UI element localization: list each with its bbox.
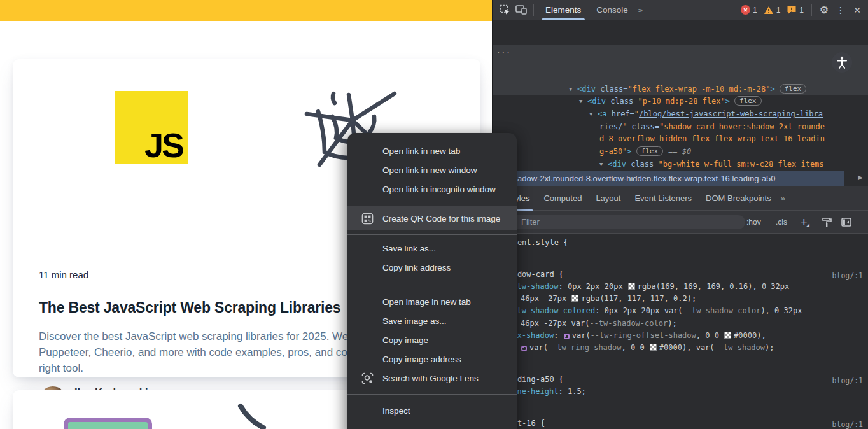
css-segment: : xyxy=(595,306,604,315)
menu-item-open-link-in-incognito-window[interactable]: Open link in incognito window xyxy=(347,179,517,199)
expand-arrow-icon[interactable]: ▼ xyxy=(579,95,587,108)
error-icon: ✕ xyxy=(741,5,750,15)
element-node-line[interactable]: ▼<div class="flex flex-wrap -m-10 md:-m-… xyxy=(493,83,868,96)
css-line: .text-16 { xyxy=(493,418,868,429)
css-rule[interactable]: .text-16 {blog/:1 xyxy=(493,418,868,429)
color-swatch[interactable] xyxy=(628,283,635,290)
menu-item-open-image-in-new-tab[interactable]: Open image in new tab xyxy=(347,292,517,311)
css-segment: --tw-shadow xyxy=(715,343,765,352)
site-header-bar xyxy=(0,0,492,21)
menu-item-label: Create QR Code for this image xyxy=(382,214,500,223)
stylesheet-source-link[interactable]: blog/:1 xyxy=(832,270,863,282)
more-sidebar-tabs-chevron[interactable]: » xyxy=(778,193,787,203)
inspect-element-icon[interactable] xyxy=(496,2,513,18)
paint-roller-icon[interactable] xyxy=(822,211,832,234)
overflow-dots: ··· xyxy=(496,46,511,59)
warning-icon xyxy=(764,6,774,15)
breadcrumb-text[interactable]: adow-2xl.rounded-8.overflow-hidden.flex.… xyxy=(517,174,775,183)
css-segment: 1.5; xyxy=(568,387,586,396)
screenshot-root: JS 11 min read The Best JavaScript Web S… xyxy=(0,0,868,429)
css-line: element.style { xyxy=(493,237,868,249)
shadow-editor-icon[interactable] xyxy=(521,346,527,351)
menu-item-open-link-in-new-window[interactable]: Open link in new window xyxy=(347,160,517,179)
sidebar-tab-event-listeners[interactable]: Event Listeners xyxy=(627,186,699,211)
menu-item-open-link-in-new-tab[interactable]: Open link in new tab xyxy=(347,141,517,160)
styles-pane[interactable]: element.style {}.shadow-card {--tw-shado… xyxy=(493,234,868,429)
close-devtools-icon[interactable]: ✕ xyxy=(849,2,865,18)
console-warning-badge[interactable]: 1 xyxy=(764,6,781,15)
toggle-sidebar-icon[interactable] xyxy=(841,211,851,234)
sidebar-tab-computed[interactable]: Computed xyxy=(536,186,589,211)
stylesheet-source-link[interactable]: blog/:1 xyxy=(832,419,863,429)
css-segment: --tw-shadow-colored xyxy=(508,306,595,315)
menu-item-label: Open link in incognito window xyxy=(382,185,496,194)
element-node-line[interactable]: ▼<div class="bg-white w-full sm:w-c28 fl… xyxy=(493,158,868,171)
devtools-tab-console[interactable]: Console xyxy=(589,0,636,20)
css-rule[interactable]: .shadow-card {--tw-shadow: 0px 2px 20px … xyxy=(493,269,868,367)
css-line: var(--tw-ring-shadow, 0 0 #0000), var(--… xyxy=(493,342,868,354)
element-node-line[interactable]: ries/" class="shadow-card hover:shadow-2… xyxy=(493,121,868,134)
sidebar-tab-layout[interactable]: Layout xyxy=(589,186,627,211)
css-rule[interactable]: .leading-a50 {line-height: 1.5;}blog/:1 xyxy=(493,374,868,411)
color-swatch[interactable] xyxy=(724,332,731,339)
accessibility-person-icon xyxy=(832,52,852,73)
css-segment: 46px -27px xyxy=(521,294,571,303)
device-toolbar-icon[interactable] xyxy=(513,2,529,18)
code-segment: <a xyxy=(598,109,612,118)
menu-item-copy-image-address[interactable]: Copy image address xyxy=(347,349,517,369)
menu-item-save-image-as[interactable]: Save image as... xyxy=(347,311,517,330)
code-segment: > xyxy=(627,147,631,156)
toggle-element-classes-button[interactable]: .cls xyxy=(776,211,787,234)
menu-item-search-with-google-lens[interactable]: Search with Google Lens xyxy=(347,369,517,388)
element-node-line[interactable]: ▼<div class="p-10 md:p-28 flex">flex xyxy=(493,95,868,108)
menu-item-label: Copy image address xyxy=(382,355,461,364)
rule-separator xyxy=(493,414,868,414)
menu-item-create-qr-code-for-this-image[interactable]: Create QR Code for this image xyxy=(347,206,517,230)
devtools-tab-elements[interactable]: Elements xyxy=(538,0,589,20)
css-segment: 0px 2px 20px xyxy=(568,282,627,291)
read-time: 11 min read xyxy=(39,269,88,280)
menu-item-label: Open image in new tab xyxy=(382,297,471,307)
css-line: } xyxy=(493,398,868,411)
menu-item-copy-link-address[interactable]: Copy link address xyxy=(347,258,517,277)
css-line: --tw-shadow: 0px 2px 20px rgba(169, 169,… xyxy=(493,281,868,293)
menu-item-inspect[interactable]: Inspect xyxy=(347,401,517,420)
color-swatch[interactable] xyxy=(650,344,657,351)
post-title[interactable]: The Best JavaScript Web Scraping Librari… xyxy=(39,299,340,316)
code-segment: <div xyxy=(577,85,600,94)
element-node-line[interactable]: g-a50">flex== $0 xyxy=(493,146,868,158)
sidebar-tab-dom-breakpoints[interactable]: DOM Breakpoints xyxy=(699,186,778,211)
element-node-line[interactable]: d-8 overflow-hidden flex flex-wrap text-… xyxy=(493,133,868,146)
styles-filter-input[interactable]: Filter xyxy=(501,215,745,229)
css-line: line-height: 1.5; xyxy=(493,386,868,398)
menu-item-save-link-as[interactable]: Save link as... xyxy=(347,239,517,258)
menu-separator xyxy=(347,234,517,235)
menu-item-copy-image[interactable]: Copy image xyxy=(347,330,517,349)
more-tabs-chevron[interactable]: » xyxy=(636,5,645,15)
stylesheet-source-link[interactable]: blog/:1 xyxy=(832,375,863,387)
code-segment: class= xyxy=(631,160,658,169)
css-line: box-shadow: var(--tw-ring-offset-shadow,… xyxy=(493,330,868,342)
color-swatch[interactable] xyxy=(571,295,578,302)
element-node-line[interactable]: ▼<a href="/blog/best-javascript-web-scra… xyxy=(493,108,868,121)
expand-arrow-icon[interactable]: ▼ xyxy=(599,158,608,171)
css-rule[interactable]: element.style {} xyxy=(493,237,868,262)
shadow-editor-icon[interactable] xyxy=(564,334,570,339)
kebab-menu-icon[interactable]: ⋮ xyxy=(832,2,849,18)
expand-arrow-icon[interactable]: ▼ xyxy=(589,108,598,121)
code-segment: > xyxy=(725,97,730,106)
expand-arrow-icon[interactable]: ▼ xyxy=(569,83,577,96)
console-error-badge[interactable]: ✕ 1 xyxy=(741,5,757,15)
css-segment: var( xyxy=(572,331,591,340)
menu-item-label: Save link as... xyxy=(382,244,436,253)
new-style-rule-button[interactable]: +◢ xyxy=(801,211,811,234)
description-line: right tool. xyxy=(39,360,363,376)
breadcrumb-scroll-arrow[interactable]: ▶ xyxy=(858,174,863,181)
menu-item-label: Save image as... xyxy=(382,316,447,326)
menu-separator xyxy=(347,202,517,202)
issues-badge[interactable]: 1 xyxy=(787,6,804,15)
settings-gear-icon[interactable]: ⚙ xyxy=(816,2,832,18)
code-segment: " xyxy=(622,122,631,131)
elements-tree[interactable]: ··· ▼<div class="flex flex-wrap -m-10 md… xyxy=(493,20,868,171)
toggle-pseudo-classes-button[interactable]: :hov xyxy=(746,211,761,234)
